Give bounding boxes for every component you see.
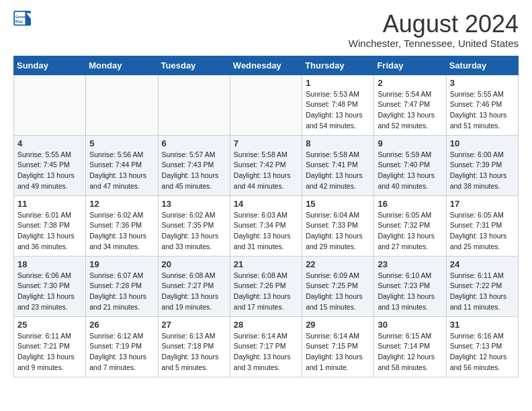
weekday-header: Tuesday xyxy=(158,56,230,75)
calendar-cell xyxy=(158,75,230,135)
calendar-cell: 23Sunrise: 6:10 AMSunset: 7:23 PMDayligh… xyxy=(374,256,446,316)
day-number: 31 xyxy=(450,320,515,330)
calendar-week-row: 18Sunrise: 6:06 AMSunset: 7:30 PMDayligh… xyxy=(14,256,519,316)
logo-icon: General Blue xyxy=(13,11,32,27)
calendar-cell: 16Sunrise: 6:05 AMSunset: 7:32 PMDayligh… xyxy=(374,195,446,256)
day-number: 13 xyxy=(162,199,226,209)
page-header: General Blue August 2024 Winchester, Ten… xyxy=(13,11,519,49)
calendar-week-row: 1Sunrise: 5:53 AMSunset: 7:48 PMDaylight… xyxy=(14,75,519,135)
day-info: Sunrise: 6:08 AMSunset: 7:27 PMDaylight:… xyxy=(162,271,226,313)
day-info: Sunrise: 6:11 AMSunset: 7:22 PMDaylight:… xyxy=(450,271,515,313)
calendar-cell: 26Sunrise: 6:12 AMSunset: 7:19 PMDayligh… xyxy=(86,316,158,377)
calendar-cell: 28Sunrise: 6:14 AMSunset: 7:17 PMDayligh… xyxy=(230,316,302,377)
day-info: Sunrise: 6:15 AMSunset: 7:14 PMDaylight:… xyxy=(378,331,442,373)
calendar-cell: 31Sunrise: 6:16 AMSunset: 7:13 PMDayligh… xyxy=(446,316,518,377)
calendar-cell: 1Sunrise: 5:53 AMSunset: 7:48 PMDaylight… xyxy=(302,75,374,135)
day-number: 4 xyxy=(17,138,82,148)
calendar-cell: 18Sunrise: 6:06 AMSunset: 7:30 PMDayligh… xyxy=(14,256,86,316)
day-number: 24 xyxy=(450,259,515,269)
day-info: Sunrise: 6:06 AMSunset: 7:30 PMDaylight:… xyxy=(17,271,82,313)
day-number: 6 xyxy=(162,138,226,148)
day-info: Sunrise: 6:05 AMSunset: 7:31 PMDaylight:… xyxy=(450,210,515,253)
day-number: 8 xyxy=(306,138,370,148)
day-number: 25 xyxy=(17,320,82,330)
day-info: Sunrise: 5:56 AMSunset: 7:44 PMDaylight:… xyxy=(89,150,154,192)
day-info: Sunrise: 6:10 AMSunset: 7:23 PMDaylight:… xyxy=(378,271,442,313)
calendar-cell: 15Sunrise: 6:04 AMSunset: 7:33 PMDayligh… xyxy=(302,195,374,256)
day-info: Sunrise: 5:55 AMSunset: 7:45 PMDaylight:… xyxy=(17,150,82,192)
day-number: 7 xyxy=(234,138,298,148)
day-info: Sunrise: 6:01 AMSunset: 7:38 PMDaylight:… xyxy=(17,210,82,253)
day-info: Sunrise: 6:14 AMSunset: 7:15 PMDaylight:… xyxy=(306,331,370,373)
weekday-header: Friday xyxy=(374,56,446,75)
day-number: 16 xyxy=(378,199,442,209)
day-info: Sunrise: 6:00 AMSunset: 7:39 PMDaylight:… xyxy=(450,150,515,192)
day-number: 2 xyxy=(378,78,442,88)
calendar-cell xyxy=(230,75,302,135)
weekday-header: Monday xyxy=(86,56,158,75)
day-info: Sunrise: 5:57 AMSunset: 7:43 PMDaylight:… xyxy=(162,150,226,192)
calendar-cell: 2Sunrise: 5:54 AMSunset: 7:47 PMDaylight… xyxy=(374,75,446,135)
day-number: 10 xyxy=(450,138,515,148)
day-number: 26 xyxy=(89,320,154,330)
calendar-cell: 6Sunrise: 5:57 AMSunset: 7:43 PMDaylight… xyxy=(158,135,230,195)
weekday-header: Wednesday xyxy=(230,56,302,75)
day-number: 5 xyxy=(89,138,154,148)
day-info: Sunrise: 6:12 AMSunset: 7:19 PMDaylight:… xyxy=(89,331,154,373)
weekday-header: Sunday xyxy=(14,56,86,75)
calendar-cell: 21Sunrise: 6:08 AMSunset: 7:26 PMDayligh… xyxy=(230,256,302,316)
day-info: Sunrise: 5:58 AMSunset: 7:42 PMDaylight:… xyxy=(234,150,298,192)
calendar-cell: 4Sunrise: 5:55 AMSunset: 7:45 PMDaylight… xyxy=(14,135,86,195)
calendar-cell: 12Sunrise: 6:02 AMSunset: 7:36 PMDayligh… xyxy=(86,195,158,256)
day-number: 29 xyxy=(306,320,370,330)
day-number: 23 xyxy=(378,259,442,269)
month-title: August 2024 xyxy=(349,11,519,38)
day-number: 9 xyxy=(378,138,442,148)
day-info: Sunrise: 6:09 AMSunset: 7:25 PMDaylight:… xyxy=(306,271,370,313)
day-info: Sunrise: 6:11 AMSunset: 7:21 PMDaylight:… xyxy=(17,331,82,373)
calendar-cell: 7Sunrise: 5:58 AMSunset: 7:42 PMDaylight… xyxy=(230,135,302,195)
day-info: Sunrise: 5:54 AMSunset: 7:47 PMDaylight:… xyxy=(378,89,442,132)
day-info: Sunrise: 6:03 AMSunset: 7:34 PMDaylight:… xyxy=(234,210,298,253)
calendar-cell: 27Sunrise: 6:13 AMSunset: 7:18 PMDayligh… xyxy=(158,316,230,377)
calendar-cell: 17Sunrise: 6:05 AMSunset: 7:31 PMDayligh… xyxy=(446,195,518,256)
calendar-cell xyxy=(14,75,86,135)
calendar-week-row: 25Sunrise: 6:11 AMSunset: 7:21 PMDayligh… xyxy=(14,316,519,377)
day-number: 21 xyxy=(234,259,298,269)
day-info: Sunrise: 5:55 AMSunset: 7:46 PMDaylight:… xyxy=(450,89,515,132)
calendar-table: SundayMondayTuesdayWednesdayThursdayFrid… xyxy=(13,56,519,377)
day-info: Sunrise: 5:53 AMSunset: 7:48 PMDaylight:… xyxy=(306,89,370,132)
calendar-cell: 3Sunrise: 5:55 AMSunset: 7:46 PMDaylight… xyxy=(446,75,518,135)
calendar-week-row: 4Sunrise: 5:55 AMSunset: 7:45 PMDaylight… xyxy=(14,135,519,195)
calendar-week-row: 11Sunrise: 6:01 AMSunset: 7:38 PMDayligh… xyxy=(14,195,519,256)
svg-text:General: General xyxy=(15,15,29,19)
calendar-cell xyxy=(86,75,158,135)
title-block: August 2024 Winchester, Tennessee, Unite… xyxy=(349,11,519,49)
weekday-header-row: SundayMondayTuesdayWednesdayThursdayFrid… xyxy=(14,56,519,75)
calendar-cell: 10Sunrise: 6:00 AMSunset: 7:39 PMDayligh… xyxy=(446,135,518,195)
day-info: Sunrise: 6:02 AMSunset: 7:36 PMDaylight:… xyxy=(89,210,154,253)
calendar-cell: 25Sunrise: 6:11 AMSunset: 7:21 PMDayligh… xyxy=(14,316,86,377)
day-info: Sunrise: 6:08 AMSunset: 7:26 PMDaylight:… xyxy=(234,271,298,313)
day-number: 14 xyxy=(234,199,298,209)
calendar-cell: 30Sunrise: 6:15 AMSunset: 7:14 PMDayligh… xyxy=(374,316,446,377)
day-info: Sunrise: 6:04 AMSunset: 7:33 PMDaylight:… xyxy=(306,210,370,253)
calendar-cell: 9Sunrise: 5:59 AMSunset: 7:40 PMDaylight… xyxy=(374,135,446,195)
weekday-header: Thursday xyxy=(302,56,374,75)
calendar-cell: 14Sunrise: 6:03 AMSunset: 7:34 PMDayligh… xyxy=(230,195,302,256)
calendar-cell: 20Sunrise: 6:08 AMSunset: 7:27 PMDayligh… xyxy=(158,256,230,316)
calendar-cell: 5Sunrise: 5:56 AMSunset: 7:44 PMDaylight… xyxy=(86,135,158,195)
day-info: Sunrise: 6:13 AMSunset: 7:18 PMDaylight:… xyxy=(162,331,226,373)
logo: General Blue xyxy=(13,11,32,27)
day-info: Sunrise: 6:14 AMSunset: 7:17 PMDaylight:… xyxy=(234,331,298,373)
calendar-cell: 29Sunrise: 6:14 AMSunset: 7:15 PMDayligh… xyxy=(302,316,374,377)
calendar-cell: 24Sunrise: 6:11 AMSunset: 7:22 PMDayligh… xyxy=(446,256,518,316)
day-info: Sunrise: 6:16 AMSunset: 7:13 PMDaylight:… xyxy=(450,331,515,373)
calendar-cell: 22Sunrise: 6:09 AMSunset: 7:25 PMDayligh… xyxy=(302,256,374,316)
calendar-cell: 19Sunrise: 6:07 AMSunset: 7:28 PMDayligh… xyxy=(86,256,158,316)
svg-text:Blue: Blue xyxy=(15,19,23,24)
day-number: 15 xyxy=(306,199,370,209)
day-number: 27 xyxy=(162,320,226,330)
day-info: Sunrise: 6:02 AMSunset: 7:35 PMDaylight:… xyxy=(162,210,226,253)
day-number: 3 xyxy=(450,78,515,88)
